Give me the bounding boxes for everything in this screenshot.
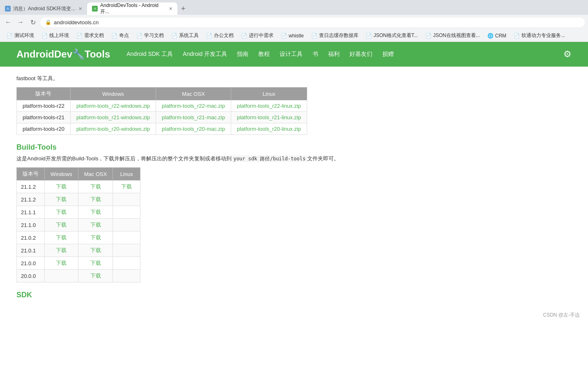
pt-mac-link-2[interactable]: platform-tools_r20-mac.zip	[162, 126, 225, 132]
bt-mac-link-6[interactable]: 下载	[90, 260, 101, 266]
bt-mac-link-7[interactable]: 下载	[90, 273, 101, 279]
bookmark-crm[interactable]: 🌐 CRM	[484, 32, 510, 39]
bt-mac-6[interactable]: 下载	[78, 257, 113, 270]
pt-win-1[interactable]: platform-tools_r21-windows.zip	[70, 112, 156, 123]
pt-win-0[interactable]: platform-tools_r22-windows.zip	[70, 100, 156, 112]
bt-win-link-1[interactable]: 下载	[56, 196, 67, 202]
nav-welfare[interactable]: 福利	[328, 51, 340, 58]
bt-mac-link-4[interactable]: 下载	[90, 234, 101, 241]
bt-win-6[interactable]: 下载	[45, 257, 78, 270]
bt-linux-link-0[interactable]: 下载	[121, 183, 132, 190]
build-tools-desc-suffix: 文件夹即可。	[307, 155, 339, 162]
pt-linux-1[interactable]: platform-tools_r21-linux.zip	[231, 112, 307, 123]
pt-mac-link-0[interactable]: platform-tools_r22-mac.zip	[162, 103, 225, 109]
bt-linux-2	[113, 206, 140, 219]
nav-donate[interactable]: 损赠	[382, 51, 394, 58]
bookmark-json-format[interactable]: 📄 JSON格式化查看T...	[363, 31, 421, 40]
bookmark-线上环境[interactable]: 📄 线上环境	[38, 31, 72, 40]
bt-mac-0[interactable]: 下载	[78, 181, 113, 193]
bt-mac-3[interactable]: 下载	[78, 219, 113, 231]
pt-mac-0[interactable]: platform-tools_r22-mac.zip	[156, 100, 231, 112]
pt-linux-0[interactable]: platform-tools_r22-linux.zip	[231, 100, 307, 112]
pt-version-2: platform-tools-r20	[17, 123, 71, 135]
forward-button[interactable]: →	[16, 17, 25, 27]
pt-linux-2[interactable]: platform-tools_r20-linux.zip	[231, 123, 307, 135]
address-input[interactable]: 🔒 androiddevtools.cn	[40, 18, 585, 27]
bm-label-7: 办公文档	[214, 32, 234, 39]
bm-label-2: 线上环境	[49, 32, 69, 39]
logo-text: AndroidDev	[16, 49, 72, 60]
bt-mac-2[interactable]: 下载	[78, 206, 113, 219]
pt-mac-2[interactable]: platform-tools_r20-mac.zip	[156, 123, 231, 135]
pt-win-2[interactable]: platform-tools_r20-windows.zip	[70, 123, 156, 135]
reload-button[interactable]: ↻	[28, 17, 38, 27]
bookmark-系统工具[interactable]: 📄 系统工具	[168, 31, 202, 40]
bt-linux-0[interactable]: 下载	[113, 181, 140, 193]
pt-win-link-1[interactable]: platform-tools_r21-windows.zip	[76, 114, 150, 120]
bookmark-需求文档[interactable]: 📄 需求文档	[73, 31, 107, 40]
bt-win-4[interactable]: 下载	[45, 231, 78, 244]
pt-linux-link-1[interactable]: platform-tools_r21-linux.zip	[237, 114, 301, 120]
nav-design[interactable]: 设计工具	[280, 51, 303, 58]
bookmark-查日志[interactable]: 📄 查日志缓存数据库	[308, 31, 362, 40]
bookmarks-bar: 📄 测试环境 📄 线上环境 📄 需求文档 📄 奇点 📄 学习文档 📄 系统工具 …	[0, 30, 588, 42]
bookmark-奇点[interactable]: 📄 奇点	[108, 31, 132, 40]
bookmark-测试环境[interactable]: 📄 测试环境	[3, 31, 37, 40]
tab-2-close[interactable]: ✕	[169, 6, 172, 12]
nav-tutorial[interactable]: 教程	[258, 51, 270, 58]
nav-guide[interactable]: 指南	[237, 51, 248, 58]
bookmark-学习文档[interactable]: 📄 学习文档	[133, 31, 167, 40]
tab-2-label: AndroidDevTools - Android开...	[100, 2, 165, 15]
build-tools-table: 版本号 Windows Mac OSX Linux 21.1.2 下载 下载 下…	[16, 167, 140, 282]
nav-android-dev[interactable]: Android 开发工具	[183, 51, 227, 58]
new-tab-button[interactable]: +	[177, 3, 189, 14]
bt-mac-link-2[interactable]: 下载	[90, 209, 101, 215]
bm-label-10: 查日志缓存数据库	[319, 32, 358, 39]
bt-win-link-0[interactable]: 下载	[56, 183, 67, 190]
bt-win-0[interactable]: 下载	[45, 181, 78, 193]
bt-win-1[interactable]: 下载	[45, 193, 78, 206]
nav-android-sdk[interactable]: Android SDK 工具	[126, 51, 173, 58]
bt-mac-link-1[interactable]: 下载	[90, 196, 101, 202]
bt-mac-7[interactable]: 下载	[78, 270, 113, 282]
bt-win-link-2[interactable]: 下载	[56, 209, 67, 215]
bookmark-whistle[interactable]: 📄 whistle	[278, 32, 307, 39]
tab-1[interactable]: A 消息）Android SDK环境变... ✕	[0, 2, 87, 15]
bookmark-ruesoft[interactable]: 📄 软通动力专业服务...	[510, 31, 568, 40]
pt-mac-link-1[interactable]: platform-tools_r21-mac.zip	[162, 114, 225, 120]
bt-mac-4[interactable]: 下载	[78, 231, 113, 244]
bt-win-link-4[interactable]: 下载	[56, 234, 67, 241]
bt-win-2[interactable]: 下载	[45, 206, 78, 219]
pt-linux-link-2[interactable]: platform-tools_r20-linux.zip	[237, 126, 301, 132]
back-button[interactable]: ←	[3, 17, 13, 27]
bt-linux-3	[113, 219, 140, 231]
pt-linux-link-0[interactable]: platform-tools_r22-linux.zip	[237, 103, 301, 109]
bm-icon-3: 📄	[76, 33, 83, 39]
bm-label-14: 软通动力专业服务...	[521, 32, 565, 39]
bt-win-link-5[interactable]: 下载	[56, 247, 67, 253]
pt-win-link-0[interactable]: platform-tools_r22-windows.zip	[76, 103, 150, 109]
bt-win-link-3[interactable]: 下载	[56, 222, 67, 228]
table-row: platform-tools-r22 platform-tools_r22-wi…	[17, 100, 307, 112]
bt-win-3[interactable]: 下载	[45, 219, 78, 231]
nav-friends[interactable]: 好基友们	[349, 51, 372, 58]
bookmark-办公文档[interactable]: 📄 办公文档	[203, 31, 237, 40]
bt-mac-link-0[interactable]: 下载	[90, 183, 101, 190]
pt-win-link-2[interactable]: platform-tools_r20-windows.zip	[76, 126, 150, 132]
nav-book[interactable]: 书	[312, 51, 318, 58]
pt-mac-1[interactable]: platform-tools_r21-mac.zip	[156, 112, 231, 123]
site-logo[interactable]: AndroidDev🔧Tools	[16, 49, 110, 60]
tab-1-close[interactable]: ✕	[78, 6, 82, 12]
bookmark-进行中需求[interactable]: 📄 进行中需求	[238, 31, 277, 40]
bt-win-link-6[interactable]: 下载	[56, 260, 67, 266]
main-content: fastboot 等工具。 版本号 Windows Mac OSX Linux …	[0, 67, 588, 308]
bookmark-json-view[interactable]: 📄 JSON在线视图查看...	[422, 31, 483, 40]
bt-version-7: 20.0.0	[17, 270, 45, 282]
bt-mac-5[interactable]: 下载	[78, 244, 113, 257]
bt-mac-link-5[interactable]: 下载	[90, 247, 101, 253]
bt-mac-1[interactable]: 下载	[78, 193, 113, 206]
bt-win-5[interactable]: 下载	[45, 244, 78, 257]
tab-2[interactable]: A AndroidDevTools - Android开... ✕	[87, 2, 177, 15]
github-icon[interactable]: ⚙	[563, 49, 572, 60]
bt-mac-link-3[interactable]: 下载	[90, 222, 101, 228]
